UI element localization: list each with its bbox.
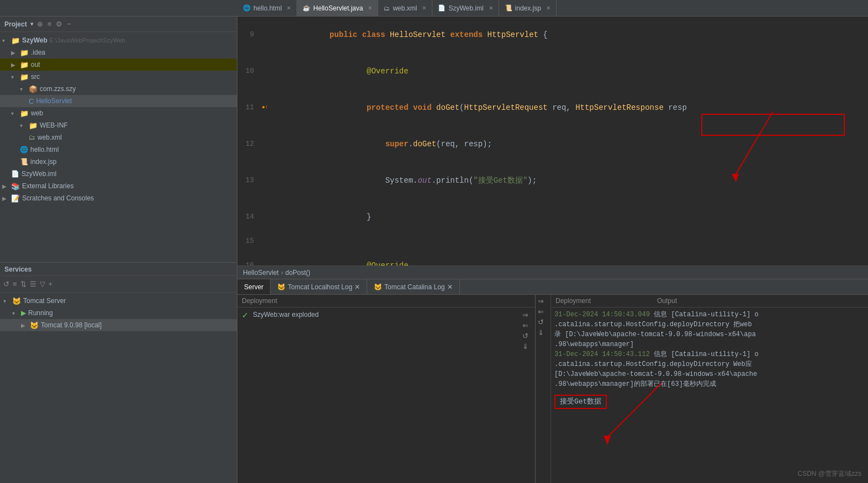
tree-label-com-zzs-szy: com.zzs.szy (40, 85, 76, 93)
add-icon[interactable]: ⊕ (37, 20, 43, 28)
output-tool-2[interactable]: ⇐ (538, 307, 548, 316)
tree-item-web[interactable]: ▾ 📁 web (0, 107, 237, 119)
deploy-left-icon[interactable]: ⇐ (522, 321, 528, 330)
tree-item-src[interactable]: ▾ 📁 src (0, 71, 237, 83)
line-num-16: 16 (237, 259, 260, 266)
catalina-log-icon: 🐱 (374, 283, 382, 291)
tree-item-szyweb-iml[interactable]: 📄 SzyWeb.iml (0, 168, 237, 180)
right-panel: 9 public class HelloServlet extends Http… (237, 17, 868, 483)
tree-item-idea[interactable]: ▶ 📁 .idea (0, 46, 237, 59)
services-item-tomcat-local[interactable]: ▶ 🐱 Tomcat 9.0.98 [local] (0, 319, 237, 331)
tab-hello-html[interactable]: 🌐 hello.html ✕ (237, 0, 297, 16)
arrow-idea: ▶ (11, 50, 20, 56)
add-service-icon[interactable]: + (49, 280, 53, 288)
tree-item-out[interactable]: ▶ 📁 out (0, 59, 237, 71)
tree-item-web-inf[interactable]: ▾ 📁 WEB-INF (0, 119, 237, 131)
services-item-running[interactable]: ▾ ▶ Running (0, 307, 237, 319)
tab-szyweb-iml[interactable]: 📄 SzyWeb.iml ✕ (432, 0, 499, 16)
tab-tomcat-catalina[interactable]: 🐱 Tomcat Catalina Log ✕ (367, 279, 459, 294)
tree-item-szyweb-root[interactable]: ▾ 📁 SzyWeb E:\JavaWebProject\SzyWeb (0, 34, 237, 46)
close-catalina-tab[interactable]: ✕ (447, 283, 453, 291)
tree-item-web-xml[interactable]: 🗂 web.xml (0, 131, 237, 144)
tree-path-szyweb: E:\JavaWebProject\SzyWeb (50, 37, 125, 44)
tree-item-hello-html[interactable]: 🌐 hello.html (0, 144, 237, 156)
services-label-tomcat-server: Tomcat Server (23, 297, 66, 305)
close-tab-0[interactable]: ✕ (287, 5, 291, 11)
tree-item-com-zzs-szy[interactable]: ▾ 📦 com.zzs.szy (0, 83, 237, 95)
line-num-9: 9 (237, 29, 260, 41)
tree-label-index-jsp: index.jsp (30, 158, 56, 166)
sidebar-project-header: Project ▾ ⊕ ≡ ⚙ − (0, 17, 237, 32)
close-tab-1[interactable]: ✕ (368, 5, 372, 11)
deploy-right-icon[interactable]: ⇒ (522, 311, 528, 319)
folder-com-icon: 📦 (29, 85, 38, 93)
services-header: Services (0, 263, 237, 276)
tab-index-jsp[interactable]: 📜 index.jsp ✕ (499, 0, 557, 16)
settings-icon[interactable]: ⚙ (56, 20, 62, 28)
deployment-panel: Deployment ✓ SzyWeb:war exploded ⇒ ⇐ ↺ ⇓ (237, 295, 536, 483)
output-row-6: [D:\JaveWeb\apache-tomcat-9.0.98-windows… (554, 369, 865, 379)
tree-label-external-libs: External Libraries (22, 182, 73, 190)
tree-item-external-libs[interactable]: ▶ 📚 External Libraries (0, 180, 237, 192)
tab-helloservlet[interactable]: ☕ HelloServlet.java ✕ (297, 0, 378, 16)
output-panel: ⇒ ⇐ ↺ ⇓ Deployment Output 31-De (536, 295, 868, 483)
arrow-tomcat-server: ▾ (3, 298, 12, 304)
layout-icon[interactable]: ≡ (47, 20, 52, 28)
services-label-tomcat-local: Tomcat 9.0.98 [local] (41, 321, 102, 329)
scratches-icon: 📝 (11, 194, 20, 203)
sort-icon[interactable]: ⇅ (20, 280, 27, 288)
filter-icon[interactable]: ☰ (30, 280, 36, 288)
arrow-src: ▾ (11, 74, 20, 80)
tree-item-index-jsp[interactable]: 📜 index.jsp (0, 156, 237, 168)
tree-label-scratches: Scratches and Consoles (22, 194, 94, 202)
sidebar-title: Project (4, 20, 27, 28)
output-tool-3[interactable]: ↺ (538, 318, 548, 326)
list-icon[interactable]: ≡ (13, 280, 17, 288)
tomcat-server-icon: 🐱 (12, 297, 21, 305)
code-line-12: 12 super.doGet(req, resp); (237, 126, 868, 162)
output-row-1: .catalina.startup.HostConfig.deployDirec… (554, 320, 865, 330)
reload-icon[interactable]: ↺ (3, 280, 9, 288)
output-row-3: .98\webapps\manager] (554, 339, 865, 349)
output-tool-4[interactable]: ⇓ (538, 328, 548, 337)
folder-out-icon: 📁 (20, 61, 29, 69)
line-num-10: 10 (237, 65, 260, 77)
deploy-reload-icon[interactable]: ↺ (522, 332, 528, 340)
tree-label-out: out (31, 61, 40, 68)
tab-server[interactable]: Server (237, 279, 271, 294)
line-content-11: protected void doGet(HttpServletRequest … (271, 89, 687, 126)
services-item-tomcat-server[interactable]: ▾ 🐱 Tomcat Server (0, 295, 237, 307)
tree-item-scratches[interactable]: ▶ 📝 Scratches and Consoles (0, 192, 237, 204)
tab-tomcat-localhost[interactable]: 🐱 Tomcat Localhost Log ✕ (271, 279, 367, 294)
code-line-9: 9 public class HelloServlet extends Http… (237, 17, 868, 53)
tree-item-helloservlet[interactable]: C HelloServlet (0, 95, 237, 107)
code-editor[interactable]: 9 public class HelloServlet extends Http… (237, 17, 868, 266)
minimize-icon[interactable]: − (67, 20, 71, 28)
folder-idea-icon: 📁 (20, 49, 29, 57)
tab-web-xml[interactable]: 🗂 web.xml ✕ (378, 0, 432, 16)
arrow-scratches: ▶ (2, 195, 11, 201)
arrow-tomcat-local: ▶ (21, 322, 30, 328)
sidebar-toolbar: ⊕ ≡ ⚙ − (37, 20, 71, 28)
deploy-down-icon[interactable]: ⇓ (522, 342, 528, 351)
folder-webinf-icon: 📁 (29, 121, 38, 130)
deployment-content: ✓ SzyWeb:war exploded ⇒ ⇐ ↺ ⇓ (237, 307, 535, 354)
tree-label-src: src (31, 73, 40, 81)
expand-icon[interactable]: ▽ (40, 280, 45, 288)
line-content-12: super.doGet(req, resp); (271, 126, 492, 162)
tree-label-hello-html: hello.html (30, 146, 59, 153)
output-tool-1[interactable]: ⇒ (538, 297, 548, 305)
arrow-running: ▾ (12, 310, 21, 316)
close-tab-3[interactable]: ✕ (489, 5, 493, 11)
close-localhost-tab[interactable]: ✕ (354, 283, 360, 291)
java-file-icon: C (29, 97, 34, 105)
running-icon: ▶ (21, 309, 26, 317)
close-tab-2[interactable]: ✕ (422, 5, 426, 11)
close-tab-4[interactable]: ✕ (546, 5, 551, 11)
deployment-buttons: ⇒ ⇐ ↺ ⇓ (520, 311, 531, 351)
line-content-9: public class HelloServlet extends HttpSe… (271, 17, 548, 53)
iml-file-icon: 📄 (11, 170, 19, 178)
line-num-12: 12 (237, 138, 260, 150)
line-content-14: } (271, 199, 371, 235)
output-red-box: 接受Get数据 (554, 395, 607, 409)
